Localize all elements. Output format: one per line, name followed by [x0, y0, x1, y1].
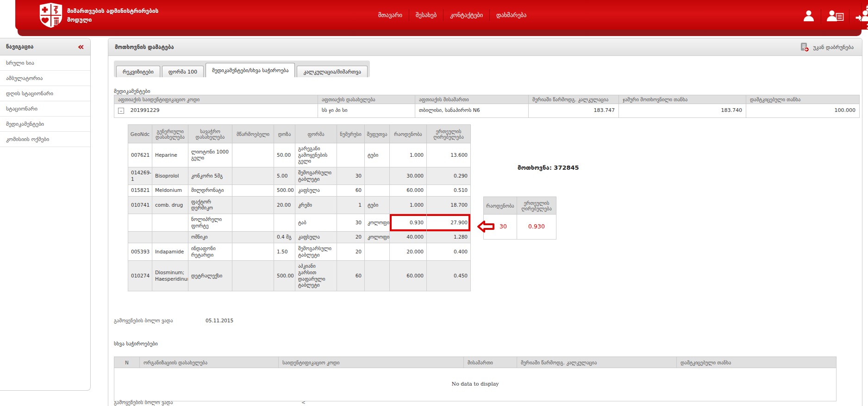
other-needs-column-header[interactable]: მერიაში წარმოდგ. კალკულაცია [517, 357, 677, 368]
other-needs-column-header[interactable]: მისამართი [464, 357, 517, 368]
double-chevron-up-icon[interactable] [866, 20, 868, 31]
nav-item[interactable]: შესახებ [409, 9, 443, 21]
medication-cell: 60.000 [390, 185, 427, 197]
medication-cell: 015821 [128, 185, 152, 197]
medication-column-header[interactable]: ნუმერუსი [337, 125, 365, 143]
tab[interactable]: ფორმა 100 [162, 66, 204, 77]
medication-cell [128, 232, 152, 243]
nav-item[interactable]: კონტაქტები [443, 9, 489, 21]
nav-item[interactable]: მთავარი [372, 9, 409, 21]
empty-data-text: No data to display [114, 368, 837, 401]
medication-cell: შემოგარსული ტაბლეტი [295, 167, 337, 185]
other-needs-column-header[interactable]: საიდენტიფიკაციო კოდი [279, 357, 464, 368]
sidebar-item[interactable]: მედიკამენტები [0, 117, 90, 132]
medication-cell: 60 [337, 185, 365, 197]
medication-row[interactable]: 005393Indapamideინდაფონი რეტარდი1.50შემო… [128, 243, 471, 261]
nav-item[interactable]: დახმარება [489, 9, 533, 21]
medication-items-wrap: GeoNdcგენერიული დასახელებასავაჭრო დასახე… [128, 124, 470, 291]
medication-cell: ტუბი [365, 196, 390, 214]
user-profile-icon[interactable] [797, 9, 821, 24]
medication-cell [365, 243, 390, 261]
sidebar-items: სრული სიაამბულატორიადღის სტაციონარისტაცი… [0, 55, 90, 147]
back-button[interactable]: უკან დაბრუნება [796, 40, 857, 54]
medication-cell: გარეგანი გამოყენების გელი [295, 143, 337, 167]
medication-column-header[interactable]: ფორმა [295, 125, 337, 143]
medication-cell [232, 261, 274, 291]
other-needs-column-header[interactable]: ორგანიზაციის დასახელება [140, 357, 279, 368]
medication-cell: კოლოფი [365, 214, 390, 232]
medication-cell [232, 185, 274, 197]
medication-cell: ომნიკი [188, 232, 232, 243]
globe-icon[interactable] [865, 2, 868, 16]
medication-cell: შემოგარსული ტაბლეტი [295, 243, 337, 261]
medication-cell: მილდრონატი [188, 185, 232, 197]
pharmacy-column-header[interactable]: ჯამური მოთხოვნილი თანხა [619, 95, 746, 104]
medication-cell: 014269-1 [128, 167, 152, 185]
medication-cell: კრემი [295, 196, 337, 214]
medication-cell [232, 214, 274, 232]
shield-logo-icon [37, 2, 64, 28]
medication-cell: Diosminum; Haesperidinum [152, 261, 188, 291]
row-collapse-icon[interactable]: – [118, 108, 124, 114]
sidebar-item[interactable]: სტაციონარი [0, 101, 90, 117]
tab[interactable]: კალკულაცია/მიმართვა [297, 66, 367, 77]
user-list-icon[interactable] [821, 9, 849, 24]
other-needs-column-header[interactable]: დამტკიცებული თანხა [677, 357, 837, 368]
pharmacy-column-header[interactable]: აფთიაქის მისამართი [415, 95, 529, 104]
tab-strip: რეკვიზიტებიფორმა 100მედიკამენტები/სხვა ს… [114, 61, 370, 77]
medication-row[interactable]: 010274Diosminum; Haesperidinumდეტრალექსი… [128, 261, 471, 291]
app-logo [37, 2, 64, 30]
sidebar-item[interactable]: კომისიის ოქმები [0, 132, 90, 147]
pharmacy-column-header[interactable]: აფთიაქის საიდენტიფიკაციო კოდი [114, 95, 318, 104]
medication-row[interactable]: 015821Meldoniumმილდრონატი500.00კაფსულა60… [128, 185, 471, 197]
medication-row[interactable]: ნოლიპრელი ფორტეტაბ30კოლოფი0.93027.900 [128, 214, 471, 232]
medication-cell: Heparine [152, 143, 188, 167]
medication-cell: ნოლიპრელი ფორტე [188, 214, 232, 232]
medication-row[interactable]: 014269-1Bisoprololკონკორი 5მგ5.00შემოგარ… [128, 167, 471, 185]
sidebar-item[interactable]: ამბულატორია [0, 71, 90, 86]
pharmacy-approved: 100.000 [746, 104, 860, 118]
medication-cell: 60.000 [390, 261, 427, 291]
medication-row[interactable]: ომნიკი0.4 მგკაფსულა20კოლოფი40.0001.280 [128, 232, 471, 243]
medication-cell [232, 232, 274, 243]
top-nav: მთავარიშესახებკონტაქტებიდახმარება [372, 0, 533, 30]
pharmacy-table: აფთიაქის საიდენტიფიკაციო კოდიაფთიაქის და… [114, 95, 860, 118]
medication-row[interactable]: 010741comb. drugფაქტორ დერმიკო20.00კრემი… [128, 196, 471, 214]
sidebar: ნავიგაცია « სრული სიაამბულატორიადღის სტა… [0, 38, 91, 391]
expiry-row-medications: გამოყენების ბოლო ვადა 05.11.2015 [114, 318, 173, 323]
pharmacy-row[interactable]: – 201991229 სს ჯი პი სი თბილისი, სანაპირ… [114, 104, 860, 118]
tab[interactable]: რეკვიზიტები [116, 66, 160, 77]
pharmacy-requested: 183.740 [619, 104, 746, 118]
main-panel-header: მოთხოვნის დამატება უკან დაბრუნება [108, 38, 862, 56]
medication-items-table: GeoNdcგენერიული დასახელებასავაჭრო დასახე… [128, 124, 471, 291]
medication-cell: 0.4 მგ [274, 232, 295, 243]
medication-column-header[interactable]: GeoNdc [128, 125, 152, 143]
medication-cell: 60 [337, 261, 365, 291]
medication-column-header[interactable]: გენერიული დასახელება [152, 125, 188, 143]
medication-cell: 1.50 [274, 243, 295, 261]
pharmacy-column-header[interactable]: დამტკიცებული თანხა [746, 95, 860, 104]
pharmacy-calc: 183.747 [529, 104, 619, 118]
medication-cell: Indapamide [152, 243, 188, 261]
medication-row[interactable]: 007621Heparineლიოტონი 1000 გელი50.00გარე… [128, 143, 471, 167]
medication-column-header[interactable]: დოზა [274, 125, 295, 143]
medication-cell: კაფსულა [295, 232, 337, 243]
medication-cell: 1 [337, 196, 365, 214]
tab-active[interactable]: მედიკამენტები/სხვა საჭიროება [206, 63, 295, 77]
medication-column-header[interactable]: მწარმოებელი [232, 125, 274, 143]
medication-cell: 18.700 [427, 196, 471, 214]
sidebar-item[interactable]: დღის სტაციონარი [0, 86, 90, 101]
medication-column-header[interactable]: სავაჭრო დასახელება [188, 125, 232, 143]
other-needs-column-header[interactable]: N [114, 357, 140, 368]
collapse-marker[interactable]: < [301, 400, 306, 405]
medication-column-header[interactable]: რაოდენობა [390, 125, 427, 143]
medication-column-header[interactable]: შეფუთვა [365, 125, 390, 143]
medication-cell: 0.930 [390, 214, 427, 232]
pharmacy-column-header[interactable]: მერიაში წარმოდგ. კალკულაცია [529, 95, 619, 104]
sidebar-item[interactable]: სრული სია [0, 55, 90, 71]
medication-cell: 20.00 [274, 196, 295, 214]
medication-column-header[interactable]: ერთეულის ღირებულება [427, 125, 471, 143]
medication-cell [128, 214, 152, 232]
sidebar-collapse-icon[interactable]: « [78, 42, 84, 51]
pharmacy-column-header[interactable]: აფთიაქის დასახელება [318, 95, 415, 104]
